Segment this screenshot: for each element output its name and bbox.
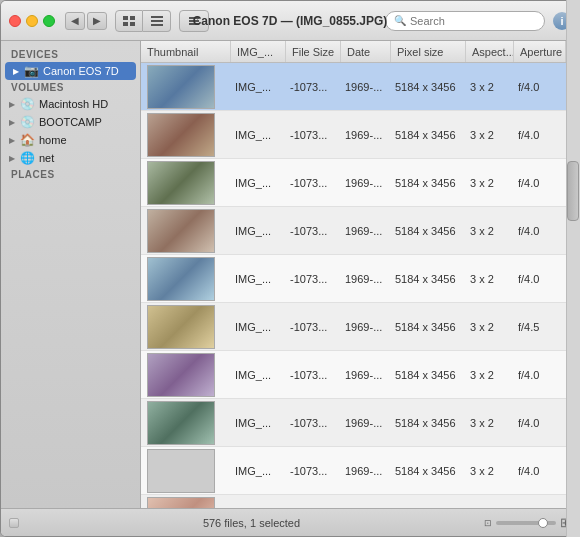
devices-section-header: DEVICES — [1, 47, 140, 62]
filename-cell: IMG_... — [231, 465, 286, 477]
table-row[interactable]: IMG_...-1073...1969-...5184 x 34563 x 2f… — [141, 399, 579, 447]
close-button[interactable] — [9, 15, 21, 27]
col-header-aspect[interactable]: Aspect... — [466, 41, 514, 62]
sidebar: DEVICES ▶ 📷 Canon EOS 7D VOLUMES ▶ 💿 Mac… — [1, 41, 141, 508]
col-header-thumbnail[interactable]: Thumbnail — [141, 41, 231, 62]
sidebar-item-home[interactable]: ▶ 🏠 home — [1, 131, 140, 149]
size-slider[interactable] — [496, 521, 556, 525]
vertical-scrollbar[interactable] — [566, 41, 579, 508]
thumbnail-image — [147, 113, 215, 157]
filename-cell: IMG_... — [231, 225, 286, 237]
search-bar: 🔍 i — [385, 11, 571, 31]
thumbnail-image — [147, 449, 215, 493]
pixelsize-cell: 5184 x 3456 — [391, 465, 466, 477]
table-row[interactable]: IMG_...-1073...1969-...5184 x 34563 x 2f… — [141, 111, 579, 159]
table-row[interactable]: IMG_...-1073...1969-...5184 x 34563 x 2f… — [141, 351, 579, 399]
triangle-icon: ▶ — [9, 118, 17, 127]
aperture-cell: f/4.0 — [514, 369, 566, 381]
svg-rect-3 — [130, 22, 135, 26]
filename-cell: IMG_... — [231, 369, 286, 381]
filename-cell: IMG_... — [231, 417, 286, 429]
thumbnail-image — [147, 65, 215, 109]
thumbnail-image — [147, 353, 215, 397]
thumbnail-image — [147, 305, 215, 349]
filesize-cell: -1073... — [286, 417, 341, 429]
aperture-cell: f/4.0 — [514, 177, 566, 189]
date-cell: 1969-... — [341, 369, 391, 381]
minimize-button[interactable] — [26, 15, 38, 27]
thumbnail-cell — [141, 63, 231, 110]
grid-view-button[interactable] — [115, 10, 143, 32]
maximize-button[interactable] — [43, 15, 55, 27]
filesize-cell: -1073... — [286, 81, 341, 93]
list-view-button[interactable] — [143, 10, 171, 32]
aperture-cell: f/4.0 — [514, 273, 566, 285]
svg-rect-1 — [130, 16, 135, 20]
filesize-cell: -1073... — [286, 129, 341, 141]
col-header-name[interactable]: IMG_... — [231, 41, 286, 62]
table-row[interactable]: IMG_...-1073...1969-...5184 x 34563 x 2f… — [141, 63, 579, 111]
aspect-cell: 3 x 2 — [466, 465, 514, 477]
thumbnail-cell — [141, 159, 231, 206]
triangle-icon: ▶ — [9, 154, 17, 163]
pixelsize-cell: 5184 x 3456 — [391, 177, 466, 189]
triangle-icon: ▶ — [9, 136, 17, 145]
search-input-wrapper[interactable]: 🔍 — [385, 11, 545, 31]
hd-icon: 💿 — [19, 97, 35, 111]
thumbnail-cell — [141, 351, 231, 398]
sidebar-item-bootcamp[interactable]: ▶ 💿 BOOTCAMP — [1, 113, 140, 131]
filesize-cell: -1073... — [286, 177, 341, 189]
aspect-cell: 3 x 2 — [466, 273, 514, 285]
filename-cell: IMG_... — [231, 321, 286, 333]
bootcamp-label: BOOTCAMP — [39, 116, 132, 128]
table-row[interactable]: IMG_...-1073...1969-...5184 x 34563 x 2f… — [141, 303, 579, 351]
col-header-pixelsize[interactable]: Pixel size — [391, 41, 466, 62]
aperture-cell: f/4.0 — [514, 417, 566, 429]
sidebar-item-canon-eos-7d[interactable]: ▶ 📷 Canon EOS 7D — [5, 62, 136, 80]
date-cell: 1969-... — [341, 177, 391, 189]
date-cell: 1969-... — [341, 321, 391, 333]
date-cell: 1969-... — [341, 225, 391, 237]
thumbnail-cell — [141, 495, 231, 508]
col-header-aperture[interactable]: Aperture — [514, 41, 566, 62]
search-input[interactable] — [410, 15, 530, 27]
aspect-cell: 3 x 2 — [466, 321, 514, 333]
search-icon: 🔍 — [394, 15, 406, 26]
traffic-lights — [9, 15, 55, 27]
volumes-section-header: VOLUMES — [1, 80, 140, 95]
forward-button[interactable]: ▶ — [87, 12, 107, 30]
nav-buttons: ◀ ▶ — [65, 12, 107, 30]
pixelsize-cell: 5184 x 3456 — [391, 81, 466, 93]
filesize-cell: -1073... — [286, 369, 341, 381]
back-button[interactable]: ◀ — [65, 12, 85, 30]
table-row[interactable]: IMG_...-1073...1969-...5184 x 34563 x 2f… — [141, 207, 579, 255]
titlebar: ◀ ▶ — [1, 1, 579, 41]
svg-rect-0 — [123, 16, 128, 20]
col-header-filesize[interactable]: File Size — [286, 41, 341, 62]
table-container: Thumbnail IMG_... File Size Date Pixel s… — [141, 41, 579, 508]
triangle-icon: ▶ — [13, 67, 21, 76]
size-slider-container: ⊡ ⊞ — [484, 515, 571, 530]
table-row[interactable]: IMG_...-1073...1969-...5184 x 34563 x 2f… — [141, 495, 579, 508]
pixelsize-cell: 5184 x 3456 — [391, 369, 466, 381]
scrollbar-thumb[interactable] — [567, 161, 579, 221]
resize-grip[interactable] — [9, 518, 19, 528]
triangle-icon: ▶ — [9, 100, 17, 109]
pixelsize-cell: 5184 x 3456 — [391, 129, 466, 141]
filesize-cell: -1073... — [286, 225, 341, 237]
table-row[interactable]: IMG_...-1073...1969-...5184 x 34563 x 2f… — [141, 447, 579, 495]
filename-cell: IMG_... — [231, 81, 286, 93]
aspect-cell: 3 x 2 — [466, 81, 514, 93]
table-body: IMG_...-1073...1969-...5184 x 34563 x 2f… — [141, 63, 579, 508]
col-header-date[interactable]: Date — [341, 41, 391, 62]
bottom-bar: 576 files, 1 selected ⊡ ⊞ — [1, 508, 579, 536]
date-cell: 1969-... — [341, 465, 391, 477]
sidebar-item-net[interactable]: ▶ 🌐 net — [1, 149, 140, 167]
pixelsize-cell: 5184 x 3456 — [391, 321, 466, 333]
table-row[interactable]: IMG_...-1073...1969-...5184 x 34563 x 2f… — [141, 159, 579, 207]
table-row[interactable]: IMG_...-1073...1969-...5184 x 34563 x 2f… — [141, 255, 579, 303]
sidebar-item-macintosh-hd[interactable]: ▶ 💿 Macintosh HD — [1, 95, 140, 113]
slider-thumb[interactable] — [538, 518, 548, 528]
bootcamp-icon: 💿 — [19, 115, 35, 129]
canon-icon: 📷 — [23, 64, 39, 78]
